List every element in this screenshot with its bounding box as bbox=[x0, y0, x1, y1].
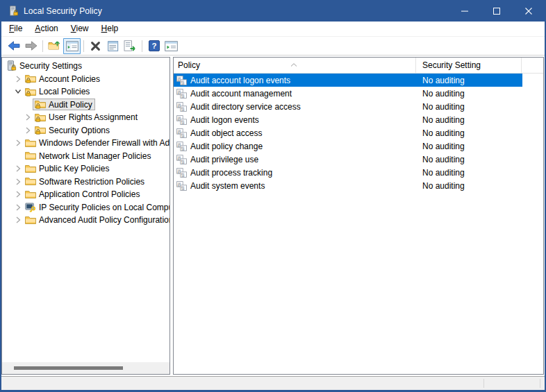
chevron-right-icon[interactable] bbox=[13, 76, 23, 83]
security-setting-value: No auditing bbox=[422, 102, 465, 112]
tree-item-account-policies[interactable]: Account Policies bbox=[2, 73, 169, 86]
list-row-audit-directory-service-access[interactable]: 10010110Audit directory service accessNo… bbox=[174, 100, 522, 113]
console-tree-pane: Security SettingsAccount PoliciesLocal P… bbox=[1, 57, 170, 375]
tree-item-user-rights-assignment[interactable]: User Rights Assignment bbox=[2, 111, 169, 124]
policy-name: Audit account logon events bbox=[190, 76, 290, 85]
menu-help[interactable]: Help bbox=[95, 22, 125, 36]
policy-name: Audit logon events bbox=[190, 115, 259, 125]
chevron-right-icon[interactable] bbox=[13, 216, 23, 223]
tree-item-windows-defender-firewall-with-adva[interactable]: Windows Defender Firewall with Adva bbox=[2, 137, 169, 150]
tree-item-label: Network List Manager Policies bbox=[39, 151, 151, 161]
delete-x-icon bbox=[90, 41, 101, 51]
show-console-tree-button[interactable] bbox=[63, 38, 81, 54]
list-row-audit-logon-events[interactable]: 10010110Audit logon eventsNo auditing bbox=[174, 113, 522, 126]
tree-item-software-restriction-policies[interactable]: Software Restriction Policies bbox=[2, 176, 169, 189]
up-one-level-button[interactable] bbox=[46, 38, 63, 54]
minimize-button[interactable] bbox=[449, 0, 481, 22]
list-row-audit-account-logon-events[interactable]: 10010110Audit account logon eventsNo aud… bbox=[174, 74, 522, 87]
tree-item-label: Audit Policy bbox=[49, 100, 92, 110]
folder-lock-icon bbox=[35, 126, 46, 135]
chevron-right-icon[interactable] bbox=[13, 191, 23, 198]
column-header-setting-label: Security Setting bbox=[422, 60, 481, 70]
menu-view[interactable]: View bbox=[65, 22, 95, 36]
security-setting-value: No auditing bbox=[422, 142, 465, 151]
list-row-audit-process-tracking[interactable]: 10010110Audit process trackingNo auditin… bbox=[174, 166, 522, 179]
export-doc-icon bbox=[124, 40, 137, 51]
statusbar-divider bbox=[540, 379, 540, 388]
tree-horizontal-scrollbar[interactable] bbox=[2, 362, 169, 374]
toolbar-separator bbox=[42, 40, 43, 52]
chevron-right-icon[interactable] bbox=[23, 114, 33, 121]
svg-text:10: 10 bbox=[181, 121, 185, 125]
menu-action[interactable]: Action bbox=[28, 22, 64, 36]
tree-item-local-policies[interactable]: Local Policies bbox=[2, 85, 169, 99]
tree-item-advanced-audit-policy-configuration[interactable]: Advanced Audit Policy Configuration bbox=[2, 214, 169, 227]
tree-item-label: Public Key Policies bbox=[39, 164, 109, 173]
title-bar[interactable]: Local Security Policy bbox=[1, 0, 545, 22]
svg-text:10: 10 bbox=[181, 161, 185, 164]
tree-item-selection: Audit Policy bbox=[33, 99, 95, 110]
export-list-button[interactable] bbox=[122, 38, 139, 54]
tree-item-audit-policy[interactable]: Audit Policy bbox=[2, 99, 169, 112]
folder-icon bbox=[25, 190, 36, 199]
policy-name: Audit privilege use bbox=[190, 155, 258, 164]
tree-item-label: Security Settings bbox=[19, 61, 82, 71]
help-button[interactable]: ? bbox=[145, 38, 163, 54]
policy-name: Audit policy change bbox=[190, 142, 263, 151]
list-row-audit-account-management[interactable]: 10010110Audit account managementNo audit… bbox=[174, 87, 522, 100]
tree-item-selection: Account Policies bbox=[23, 73, 103, 85]
tree-item-ip-security-policies-on-local-compute[interactable]: IP Security Policies on Local Compute bbox=[2, 201, 169, 214]
security-setting-value: No auditing bbox=[422, 89, 465, 99]
svg-text:10: 10 bbox=[181, 108, 185, 112]
maximize-button[interactable] bbox=[481, 0, 513, 22]
toolbar-separator bbox=[142, 40, 142, 52]
scrollbar-thumb[interactable] bbox=[14, 366, 123, 370]
folder-lock-icon bbox=[25, 87, 36, 96]
delete-button[interactable] bbox=[87, 38, 104, 54]
list-row-audit-policy-change[interactable]: 10010110Audit policy changeNo auditing bbox=[174, 139, 522, 153]
tree-item-security-options[interactable]: Security Options bbox=[2, 124, 169, 137]
chevron-right-icon[interactable] bbox=[23, 127, 33, 134]
policy-doc-icon: 10010110 bbox=[176, 89, 187, 99]
help-question-icon: ? bbox=[149, 40, 160, 51]
policy-name: Audit account management bbox=[190, 89, 292, 99]
list-row-audit-privilege-use[interactable]: 10010110Audit privilege useNo auditing bbox=[174, 153, 522, 166]
tree-item-label: Security Options bbox=[49, 126, 110, 135]
sort-ascending-icon bbox=[290, 59, 297, 69]
console-window-button[interactable] bbox=[163, 38, 180, 54]
close-button[interactable] bbox=[513, 0, 545, 22]
tree-item-selection: Windows Defender Firewall with Adva bbox=[23, 137, 170, 149]
list-header: Policy Security Setting bbox=[174, 58, 543, 74]
tree-item-public-key-policies[interactable]: Public Key Policies bbox=[2, 162, 169, 176]
folder-lock-icon bbox=[25, 74, 36, 83]
list-row-audit-object-access[interactable]: 10010110Audit object accessNo auditing bbox=[174, 126, 522, 139]
content-area: Security SettingsAccount PoliciesLocal P… bbox=[1, 56, 545, 376]
local-security-policy-window: Local Security Policy FileActionViewHelp… bbox=[0, 0, 546, 392]
forward-arrow-icon bbox=[25, 41, 38, 51]
tree-item-security-settings[interactable]: Security Settings bbox=[2, 60, 169, 73]
chevron-right-icon[interactable] bbox=[13, 204, 23, 211]
maximize-icon bbox=[493, 8, 500, 15]
window-controls bbox=[449, 0, 545, 22]
svg-text:10: 10 bbox=[181, 174, 185, 178]
close-icon bbox=[525, 8, 532, 15]
chevron-down-icon[interactable] bbox=[13, 89, 23, 94]
list-row-audit-system-events[interactable]: 10010110Audit system eventsNo auditing bbox=[174, 179, 522, 192]
tree-item-selection: IP Security Policies on Local Compute bbox=[23, 201, 170, 213]
back-arrow-icon bbox=[8, 41, 20, 51]
tree-item-network-list-manager-policies[interactable]: Network List Manager Policies bbox=[2, 150, 169, 163]
menu-file[interactable]: File bbox=[3, 22, 28, 36]
tree-item-label: Advanced Audit Policy Configuration bbox=[39, 215, 170, 225]
chevron-right-icon[interactable] bbox=[13, 178, 23, 185]
properties-button[interactable] bbox=[104, 38, 122, 54]
tree-item-selection: Advanced Audit Policy Configuration bbox=[23, 214, 170, 226]
column-header-security-setting[interactable]: Security Setting bbox=[417, 58, 522, 73]
chevron-right-icon[interactable] bbox=[13, 165, 23, 172]
forward-button[interactable] bbox=[22, 38, 40, 54]
security-setting-value: No auditing bbox=[422, 115, 465, 125]
tree-item-selection: Software Restriction Policies bbox=[23, 176, 147, 187]
tree-item-application-control-policies[interactable]: Application Control Policies bbox=[2, 188, 169, 201]
chevron-right-icon[interactable] bbox=[13, 139, 23, 146]
back-button[interactable] bbox=[5, 38, 22, 54]
tree-item-selection: Public Key Policies bbox=[23, 163, 112, 175]
